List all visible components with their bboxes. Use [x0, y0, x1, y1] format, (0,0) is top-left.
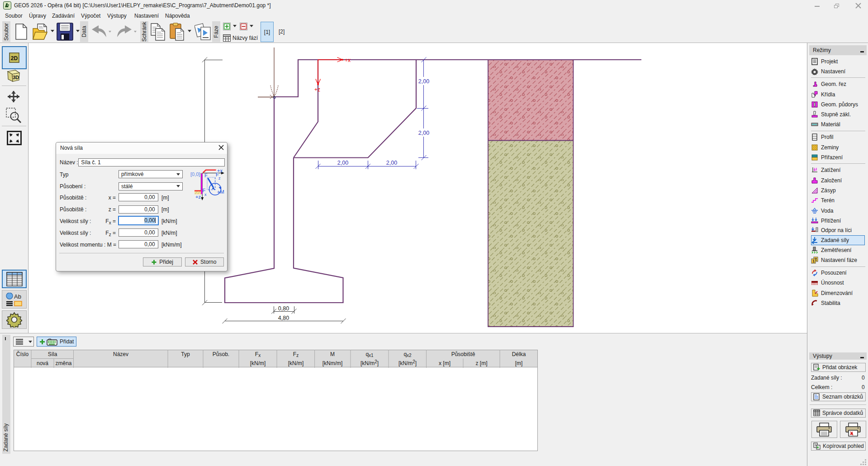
svg-text:qx2: qx2	[403, 351, 412, 358]
svg-text:Ab: Ab	[14, 293, 21, 300]
svg-text:Typ: Typ	[181, 351, 190, 357]
svg-text:+x: +x	[345, 57, 351, 63]
svg-text:+z: +z	[195, 194, 201, 200]
svg-text:změna: změna	[55, 360, 71, 366]
svg-text:[kN/m]: [kN/m]	[288, 360, 304, 366]
svg-text:F: F	[204, 173, 208, 178]
svg-text:[kNm/m]: [kNm/m]	[323, 360, 343, 366]
svg-text:2,00: 2,00	[337, 160, 348, 166]
svg-text:+z: +z	[314, 86, 320, 93]
svg-text:[0,0]: [0,0]	[190, 171, 200, 177]
svg-text:2D: 2D	[11, 55, 18, 62]
svg-text:4,80: 4,80	[278, 315, 289, 321]
svg-text:2,00: 2,00	[386, 160, 397, 166]
svg-text:Síla: Síla	[48, 351, 57, 357]
svg-text:Název: Název	[113, 351, 128, 357]
svg-text:[kN/m2]: [kN/m2]	[360, 359, 379, 366]
svg-text:[kN/m2]: [kN/m2]	[398, 359, 417, 366]
svg-text:Číslo: Číslo	[16, 351, 29, 357]
svg-text:2,00: 2,00	[418, 130, 429, 136]
svg-text:0,80: 0,80	[278, 305, 289, 312]
svg-text:Působ.: Působ.	[213, 351, 229, 357]
svg-text:[kN/m]: [kN/m]	[250, 360, 266, 366]
svg-text:M: M	[330, 351, 335, 357]
svg-text:+M: +M	[217, 189, 224, 195]
svg-text:Délka: Délka	[512, 351, 526, 357]
svg-text:z: z	[218, 176, 221, 181]
svg-text:nová: nová	[37, 360, 48, 366]
svg-text:Fz: Fz	[293, 351, 299, 358]
svg-text:3D: 3D	[13, 75, 19, 80]
svg-text:qx1: qx1	[365, 351, 374, 358]
svg-text:z [m]: z [m]	[476, 360, 488, 366]
svg-text:+x: +x	[217, 168, 223, 173]
svg-text:x [m]: x [m]	[439, 360, 451, 366]
svg-text:1: 1	[812, 259, 815, 263]
svg-text:Fx: Fx	[255, 351, 261, 358]
svg-text:2,00: 2,00	[418, 78, 429, 85]
svg-text:x: x	[204, 192, 207, 197]
svg-text:[m]: [m]	[515, 360, 523, 366]
svg-text:Působiště: Působiště	[451, 351, 475, 357]
